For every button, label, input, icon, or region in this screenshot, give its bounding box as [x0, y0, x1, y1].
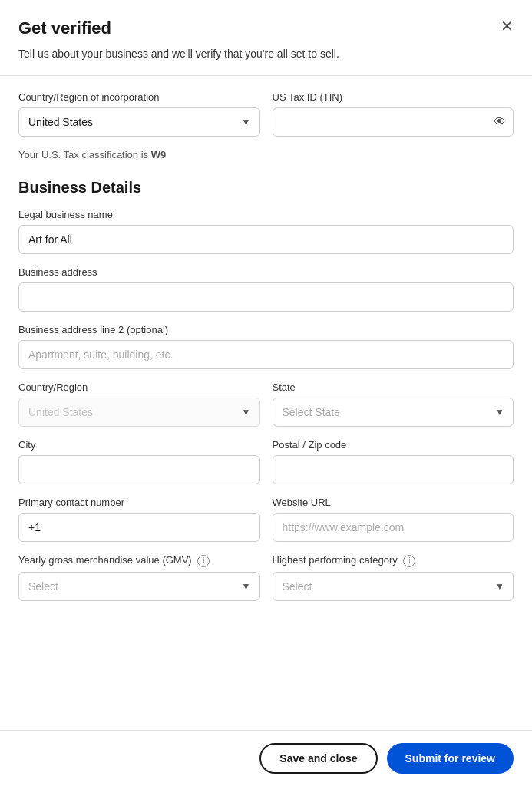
modal-header: Get verified ✕: [18, 18, 514, 38]
gmv-select-wrapper[interactable]: Select ▼: [18, 572, 260, 601]
modal-subtitle: Tell us about your business and we'll ve…: [18, 48, 514, 60]
tax-note-prefix: Your U.S. Tax classification is: [18, 149, 148, 160]
city-label: City: [18, 439, 260, 451]
tax-id-label: US Tax ID (TIN): [273, 91, 514, 103]
submit-for-review-button[interactable]: Submit for review: [387, 743, 514, 774]
website-group: Website URL: [273, 497, 514, 542]
modal-container: Get verified ✕ Tell us about your busine…: [0, 0, 532, 786]
category-group: Highest performing category i Select ▼: [273, 554, 514, 601]
zip-group: Postal / Zip code: [273, 439, 514, 484]
gmv-group: Yearly gross merchandise value (GMV) i S…: [18, 554, 260, 601]
category-info-icon[interactable]: i: [403, 555, 415, 567]
tax-id-input[interactable]: [273, 107, 514, 137]
tax-id-group: US Tax ID (TIN) 👁: [273, 91, 514, 137]
legal-name-label: Legal business name: [18, 209, 514, 220]
eye-icon[interactable]: 👁: [494, 115, 506, 129]
gmv-info-icon[interactable]: i: [197, 555, 210, 567]
state-label: State: [273, 381, 514, 393]
state-select-wrapper[interactable]: Select State California New York Texas ▼: [273, 398, 514, 427]
tax-id-input-wrapper: 👁: [273, 107, 514, 137]
business-country-group: Country/Region United States ▼: [18, 381, 260, 427]
modal-title: Get verified: [18, 18, 111, 38]
category-label: Highest performing category i: [273, 554, 514, 567]
address2-group: Business address line 2 (optional): [18, 324, 514, 369]
gmv-select[interactable]: Select: [18, 572, 260, 601]
city-input[interactable]: [18, 455, 260, 484]
save-and-close-button[interactable]: Save and close: [259, 743, 377, 774]
phone-label: Primary contact number: [18, 497, 260, 508]
tax-classification-value: W9: [151, 149, 167, 160]
address2-input[interactable]: [18, 340, 514, 369]
phone-input[interactable]: [18, 513, 260, 542]
legal-name-input[interactable]: [18, 225, 514, 254]
tax-note: Your U.S. Tax classification is W9: [18, 149, 514, 160]
country-incorporation-label: Country/Region of incorporation: [18, 91, 260, 103]
country-state-row: Country/Region United States ▼ State Sel…: [18, 381, 514, 427]
address2-label: Business address line 2 (optional): [18, 324, 514, 335]
close-button[interactable]: ✕: [501, 18, 514, 34]
business-country-label: Country/Region: [18, 381, 260, 393]
country-incorporation-select[interactable]: United States: [18, 107, 260, 137]
category-select-wrapper[interactable]: Select ▼: [273, 572, 514, 601]
gmv-category-row: Yearly gross merchandise value (GMV) i S…: [18, 554, 514, 601]
zip-label: Postal / Zip code: [273, 439, 514, 451]
state-select[interactable]: Select State California New York Texas: [273, 398, 514, 427]
gmv-label: Yearly gross merchandise value (GMV) i: [18, 554, 260, 567]
address-label: Business address: [18, 266, 514, 278]
address-input[interactable]: [18, 282, 514, 312]
category-select[interactable]: Select: [273, 572, 514, 601]
business-country-select[interactable]: United States: [18, 398, 260, 427]
city-zip-row: City Postal / Zip code: [18, 439, 514, 484]
zip-input[interactable]: [273, 455, 514, 484]
business-details-title: Business Details: [18, 179, 514, 196]
country-incorporation-group: Country/Region of incorporation United S…: [18, 91, 260, 137]
legal-name-group: Legal business name: [18, 209, 514, 254]
website-label: Website URL: [273, 497, 514, 508]
country-incorporation-select-wrapper[interactable]: United States ▼: [18, 107, 260, 137]
city-group: City: [18, 439, 260, 484]
top-form-row: Country/Region of incorporation United S…: [18, 91, 514, 137]
website-input[interactable]: [273, 513, 514, 542]
state-group: State Select State California New York T…: [273, 381, 514, 427]
address-group: Business address: [18, 266, 514, 312]
phone-group: Primary contact number: [18, 497, 260, 542]
business-country-select-wrapper[interactable]: United States ▼: [18, 398, 260, 427]
phone-website-row: Primary contact number Website URL: [18, 497, 514, 542]
divider: [0, 75, 532, 76]
footer-bar: Save and close Submit for review: [0, 730, 532, 786]
